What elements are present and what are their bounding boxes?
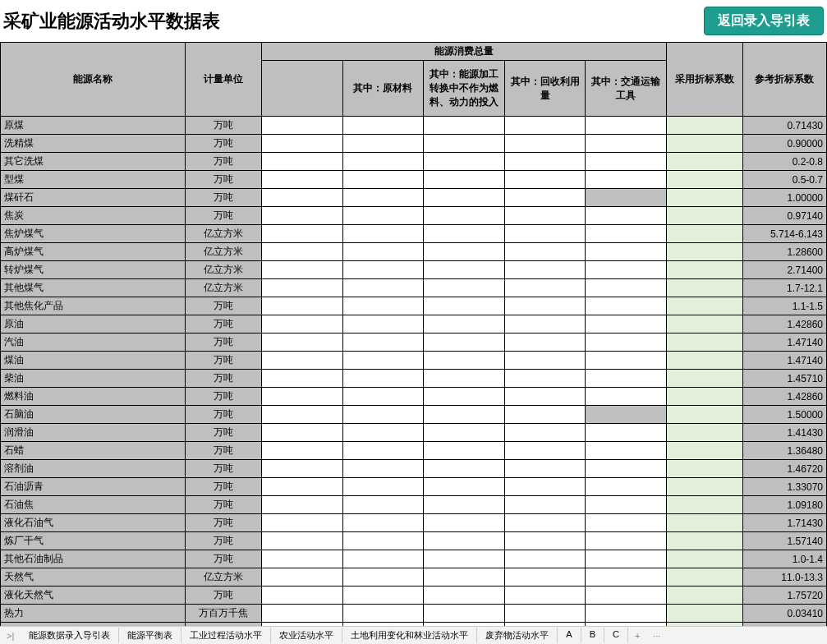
cell-adopted-coef[interactable] (667, 605, 743, 623)
cell-input[interactable] (586, 171, 667, 189)
cell-ref-coef[interactable]: 1.42860 (742, 388, 826, 406)
cell-input[interactable] (504, 315, 586, 334)
cell-ref-coef[interactable]: 1.45710 (742, 370, 826, 388)
cell-name[interactable]: 洗精煤 (1, 135, 186, 153)
cell-input[interactable] (504, 478, 586, 496)
cell-input[interactable] (424, 514, 505, 532)
cell-input[interactable] (586, 225, 667, 243)
cell-adopted-coef[interactable] (667, 207, 743, 225)
cell-input[interactable] (262, 315, 343, 334)
cell-input[interactable] (424, 297, 505, 315)
cell-unit[interactable]: 万吨 (186, 442, 262, 460)
cell-input[interactable] (262, 370, 343, 388)
cell-name[interactable]: 汽油 (1, 334, 186, 352)
cell-input[interactable] (586, 496, 667, 514)
cell-input[interactable] (342, 153, 424, 171)
cell-name[interactable]: 高炉煤气 (1, 243, 186, 261)
cell-input[interactable] (342, 460, 424, 478)
cell-input[interactable] (424, 135, 505, 153)
cell-adopted-coef[interactable] (667, 406, 743, 424)
cell-input[interactable] (586, 388, 667, 406)
cell-input[interactable] (342, 189, 424, 207)
cell-input[interactable] (424, 406, 505, 424)
cell-ref-coef[interactable]: 2.71400 (742, 261, 826, 279)
sheet-tab[interactable]: A (558, 628, 581, 643)
cell-ref-coef[interactable]: 0.71430 (742, 117, 826, 135)
cell-input[interactable] (424, 334, 505, 352)
cell-input[interactable] (586, 532, 667, 550)
cell-input[interactable] (504, 117, 586, 135)
cell-name[interactable]: 天然气 (1, 568, 186, 586)
cell-ref-coef[interactable]: 1.0-1.4 (742, 550, 826, 568)
cell-ref-coef[interactable]: 1.71430 (742, 514, 826, 532)
cell-input[interactable] (504, 261, 586, 279)
cell-input[interactable] (342, 568, 424, 586)
cell-input[interactable] (504, 334, 586, 352)
cell-input[interactable] (342, 442, 424, 460)
cell-input[interactable] (262, 207, 343, 225)
cell-input[interactable] (424, 478, 505, 496)
cell-ref-coef[interactable]: 1.36480 (742, 442, 826, 460)
cell-adopted-coef[interactable] (667, 424, 743, 442)
cell-ref-coef[interactable]: 0.97140 (742, 207, 826, 225)
sheet-tab[interactable]: 土地利用变化和林业活动水平 (342, 628, 477, 643)
cell-input[interactable] (504, 586, 586, 605)
cell-input[interactable] (504, 532, 586, 550)
cell-input[interactable] (424, 370, 505, 388)
cell-name[interactable]: 液化天然气 (1, 586, 186, 605)
cell-name[interactable]: 液化石油气 (1, 514, 186, 532)
cell-input[interactable] (504, 171, 586, 189)
cell-input[interactable] (262, 135, 343, 153)
cell-input[interactable] (262, 514, 343, 532)
cell-adopted-coef[interactable] (667, 171, 743, 189)
cell-input[interactable] (342, 171, 424, 189)
sheet-tab[interactable]: B (581, 628, 604, 643)
cell-input[interactable] (586, 514, 667, 532)
cell-input[interactable] (262, 586, 343, 605)
cell-input[interactable] (342, 478, 424, 496)
cell-unit[interactable]: 万吨 (186, 370, 262, 388)
cell-input[interactable] (342, 207, 424, 225)
cell-adopted-coef[interactable] (667, 117, 743, 135)
cell-input[interactable] (586, 334, 667, 352)
cell-input[interactable] (262, 406, 343, 424)
cell-input[interactable] (504, 225, 586, 243)
cell-adopted-coef[interactable] (667, 496, 743, 514)
cell-ref-coef[interactable]: 1.28600 (742, 243, 826, 261)
sheet-tab[interactable]: 农业活动水平 (271, 628, 342, 643)
cell-input[interactable] (586, 243, 667, 261)
cell-name[interactable]: 焦炉煤气 (1, 225, 186, 243)
cell-input[interactable] (586, 207, 667, 225)
cell-adopted-coef[interactable] (667, 352, 743, 370)
cell-unit[interactable]: 亿立方米 (186, 261, 262, 279)
cell-input[interactable] (504, 352, 586, 370)
sheet-tab[interactable]: 工业过程活动水平 (181, 628, 271, 643)
cell-input[interactable] (504, 388, 586, 406)
back-button[interactable]: 返回录入导引表 (704, 7, 824, 35)
sheet-tab[interactable]: 废弃物活动水平 (477, 628, 558, 643)
cell-adopted-coef[interactable] (667, 135, 743, 153)
cell-ref-coef[interactable]: 1.41430 (742, 424, 826, 442)
cell-adopted-coef[interactable] (667, 550, 743, 568)
cell-adopted-coef[interactable] (667, 568, 743, 586)
cell-input[interactable] (424, 171, 505, 189)
cell-unit[interactable]: 万吨 (186, 297, 262, 315)
cell-name[interactable]: 原油 (1, 315, 186, 334)
cell-input[interactable] (424, 117, 505, 135)
cell-input[interactable] (504, 550, 586, 568)
cell-name[interactable]: 燃料油 (1, 388, 186, 406)
cell-input[interactable] (342, 297, 424, 315)
cell-input[interactable] (424, 352, 505, 370)
cell-adopted-coef[interactable] (667, 460, 743, 478)
cell-ref-coef[interactable]: 1.75720 (742, 586, 826, 605)
cell-adopted-coef[interactable] (667, 334, 743, 352)
cell-input[interactable] (342, 586, 424, 605)
cell-adopted-coef[interactable] (667, 388, 743, 406)
cell-unit[interactable]: 万吨 (186, 153, 262, 171)
cell-input[interactable] (586, 370, 667, 388)
cell-input[interactable] (342, 315, 424, 334)
cell-input[interactable] (504, 207, 586, 225)
cell-unit[interactable]: 亿立方米 (186, 279, 262, 297)
cell-input[interactable] (586, 279, 667, 297)
cell-input[interactable] (342, 352, 424, 370)
